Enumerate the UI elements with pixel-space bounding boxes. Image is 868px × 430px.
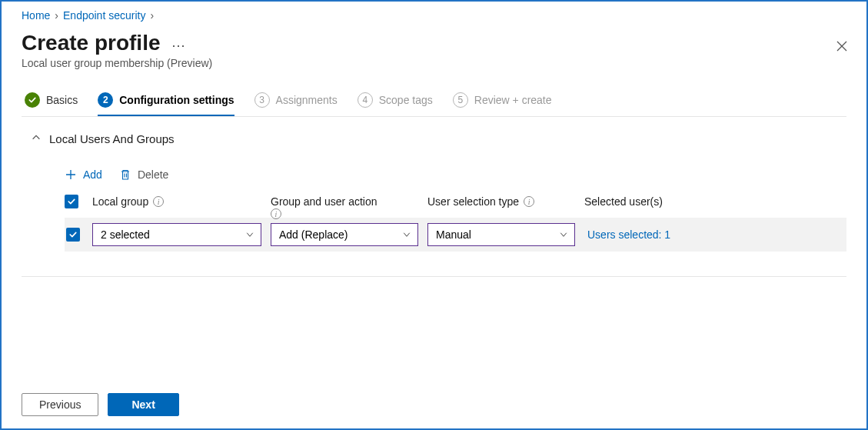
breadcrumb: Home › Endpoint security ›	[22, 9, 846, 22]
local-group-dropdown[interactable]: 2 selected	[92, 223, 261, 246]
tab-review-label: Review + create	[474, 94, 552, 106]
chevron-down-icon	[245, 230, 254, 239]
breadcrumb-home[interactable]: Home	[22, 9, 50, 22]
table-row: 2 selected Add (Replace) Manual Users se…	[65, 218, 846, 252]
step-number-icon: 4	[358, 92, 373, 108]
tab-assignments[interactable]: 3 Assignments	[254, 92, 338, 116]
close-button[interactable]	[833, 37, 851, 59]
page-subtitle: Local user group membership (Preview)	[22, 57, 212, 69]
trash-icon	[119, 168, 131, 181]
add-button[interactable]: Add	[65, 168, 102, 181]
info-icon[interactable]: i	[524, 196, 534, 207]
delete-button[interactable]: Delete	[119, 168, 168, 181]
section-toggle-local-users-groups[interactable]: Local Users And Groups	[31, 132, 846, 145]
tab-review-create[interactable]: 5 Review + create	[453, 92, 552, 116]
tab-basics-label: Basics	[46, 94, 78, 106]
delete-label: Delete	[138, 168, 168, 181]
local-group-value: 2 selected	[101, 228, 150, 241]
tab-scope-label: Scope tags	[379, 94, 433, 106]
more-menu-button[interactable]: ⋯	[171, 38, 185, 53]
page-title: Create profile	[22, 31, 161, 55]
column-selected-users: Selected user(s)	[584, 195, 663, 208]
chevron-right-icon: ›	[150, 9, 154, 22]
chevron-down-icon	[402, 230, 411, 239]
info-icon[interactable]: i	[153, 196, 164, 207]
column-selection-type: User selection type	[427, 195, 519, 208]
tab-assignments-label: Assignments	[276, 94, 338, 106]
group-action-value: Add (Replace)	[279, 228, 348, 241]
selection-type-dropdown[interactable]: Manual	[427, 223, 575, 246]
row-checkbox[interactable]	[66, 228, 80, 242]
plus-icon	[65, 168, 77, 181]
tab-config-label: Configuration settings	[119, 94, 234, 106]
column-group-action: Group and user action	[271, 195, 377, 208]
check-icon	[25, 92, 40, 108]
select-all-checkbox[interactable]	[65, 195, 78, 208]
selection-type-value: Manual	[436, 228, 471, 241]
breadcrumb-endpoint-security[interactable]: Endpoint security	[63, 9, 145, 22]
tab-configuration-settings[interactable]: 2 Configuration settings	[98, 92, 234, 116]
info-icon[interactable]: i	[271, 208, 281, 219]
group-action-dropdown[interactable]: Add (Replace)	[271, 223, 418, 246]
tab-basics[interactable]: Basics	[25, 92, 78, 116]
chevron-right-icon: ›	[55, 9, 58, 22]
previous-button[interactable]: Previous	[22, 393, 98, 416]
tab-scope-tags[interactable]: 4 Scope tags	[358, 92, 433, 116]
chevron-up-icon	[31, 132, 42, 145]
step-number-icon: 2	[98, 92, 113, 108]
step-number-icon: 5	[453, 92, 468, 108]
add-label: Add	[83, 168, 102, 181]
step-number-icon: 3	[254, 92, 270, 108]
column-local-group: Local group	[92, 195, 148, 208]
selected-users-link[interactable]: Users selected: 1	[587, 228, 670, 241]
chevron-down-icon	[559, 230, 568, 239]
section-title: Local Users And Groups	[49, 132, 175, 145]
next-button[interactable]: Next	[108, 393, 178, 416]
wizard-tabs: Basics 2 Configuration settings 3 Assign…	[22, 92, 846, 117]
